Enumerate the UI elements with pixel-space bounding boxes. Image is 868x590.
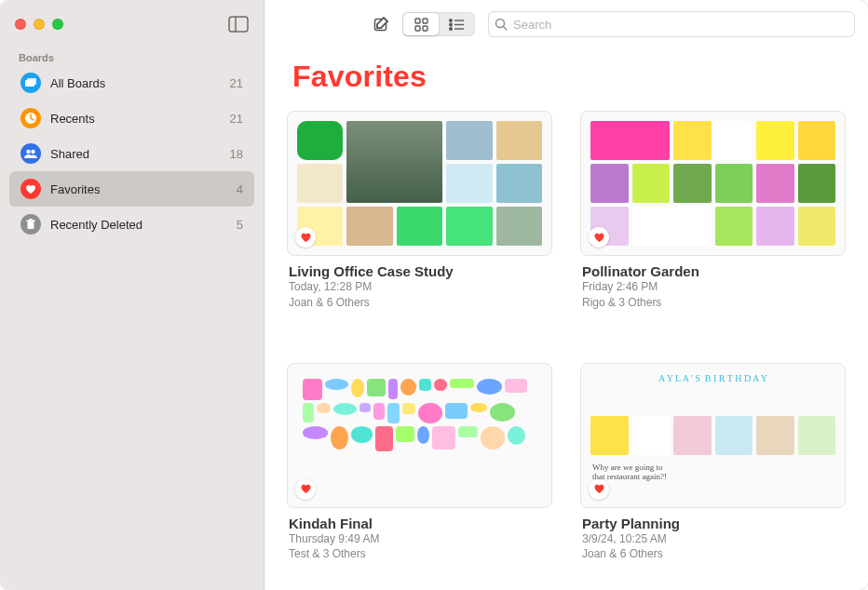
favorite-badge[interactable]	[295, 479, 316, 500]
heart-icon	[300, 232, 312, 244]
recents-icon	[20, 108, 41, 128]
sidebar-item-all-boards[interactable]: All Boards 21	[9, 65, 254, 101]
sidebar-item-count: 5	[237, 218, 243, 232]
svg-rect-4	[27, 78, 36, 85]
svg-rect-17	[423, 19, 427, 23]
window-titlebar	[0, 0, 264, 48]
svg-rect-12	[28, 221, 34, 229]
heart-icon	[300, 483, 312, 495]
svg-rect-16	[415, 19, 420, 23]
favorite-badge[interactable]	[589, 227, 609, 248]
favorite-badge[interactable]	[295, 227, 316, 248]
search-icon	[495, 18, 508, 31]
svg-line-27	[504, 27, 508, 31]
board-meta: Kindah Final Thursday 9:49 AM Test & 3 O…	[287, 508, 552, 563]
svg-point-8	[26, 150, 30, 154]
board-people: Joan & 6 Others	[289, 295, 550, 311]
svg-rect-19	[423, 26, 427, 31]
svg-rect-0	[229, 17, 248, 32]
board-date: 3/9/24, 10:25 AM	[582, 531, 844, 547]
close-window-button[interactable]	[15, 19, 26, 30]
board-people: Joan & 6 Others	[582, 546, 844, 562]
board-people: Test & 3 Others	[289, 546, 550, 562]
sidebar-section-header: Boards	[0, 48, 264, 65]
toolbar	[264, 0, 868, 48]
minimize-window-button[interactable]	[34, 19, 45, 30]
board-date: Today, 12:28 PM	[289, 279, 550, 295]
svg-point-22	[449, 23, 452, 26]
main-panel: Favorites Living Office Case Study Today…	[264, 0, 868, 590]
all-boards-icon	[20, 73, 41, 93]
compose-button[interactable]	[365, 12, 397, 36]
svg-point-20	[449, 19, 452, 21]
view-mode-segment	[402, 12, 475, 36]
board-thumbnail[interactable]	[287, 363, 552, 508]
board-thumbnail[interactable]: A Y L A ' S B I R T H D A Y Why are we g…	[580, 363, 846, 508]
sidebar-item-recents[interactable]: Recents 21	[9, 101, 254, 136]
sidebar-item-favorites[interactable]: Favorites 4	[9, 171, 254, 207]
board-date: Thursday 9:49 AM	[289, 531, 550, 547]
grid-view-button[interactable]	[403, 13, 439, 35]
board-title: Kindah Final	[289, 516, 550, 531]
shared-icon	[20, 143, 41, 164]
sidebar-nav: All Boards 21 Recents 21 Shared 18 Favor…	[0, 65, 264, 242]
heart-icon	[593, 483, 605, 495]
sidebar-item-label: Recents	[50, 112, 221, 126]
svg-rect-14	[29, 219, 33, 221]
zoom-window-button[interactable]	[52, 19, 63, 30]
board-grid: Living Office Case Study Today, 12:28 PM…	[287, 111, 846, 562]
sidebar-item-count: 21	[230, 112, 243, 126]
sidebar-item-label: Shared	[50, 147, 221, 161]
board-card: Kindah Final Thursday 9:49 AM Test & 3 O…	[287, 363, 552, 563]
svg-point-9	[31, 150, 34, 154]
content-area: Favorites Living Office Case Study Today…	[264, 48, 868, 590]
board-card: Living Office Case Study Today, 12:28 PM…	[287, 111, 552, 311]
board-title: Pollinator Garden	[582, 263, 844, 279]
favorite-badge[interactable]	[589, 479, 609, 500]
board-people: Rigo & 3 Others	[582, 295, 844, 311]
sidebar-item-count: 18	[230, 147, 243, 161]
board-title: Living Office Case Study	[289, 263, 550, 279]
board-card: A Y L A ' S B I R T H D A Y Why are we g…	[580, 363, 846, 563]
board-title: Party Planning	[582, 516, 844, 531]
svg-rect-13	[26, 221, 35, 222]
svg-point-26	[496, 20, 505, 28]
board-meta: Pollinator Garden Friday 2:46 PM Rigo & …	[580, 256, 846, 311]
board-meta: Living Office Case Study Today, 12:28 PM…	[287, 256, 552, 311]
toggle-sidebar-button[interactable]	[228, 16, 249, 33]
sidebar-item-label: All Boards	[50, 76, 221, 90]
sidebar-item-label: Favorites	[50, 182, 227, 196]
board-thumbnail[interactable]	[580, 111, 846, 256]
svg-rect-18	[415, 26, 420, 31]
search-input[interactable]	[513, 18, 848, 32]
svg-point-7	[20, 143, 41, 164]
search-field[interactable]	[488, 11, 855, 37]
favorites-icon	[20, 179, 41, 199]
sidebar: Boards All Boards 21 Recents 21 Shared 1…	[0, 0, 264, 590]
sidebar-item-label: Recently Deleted	[50, 218, 227, 232]
sidebar-item-deleted[interactable]: Recently Deleted 5	[9, 207, 254, 242]
heart-icon	[593, 232, 605, 244]
list-view-button[interactable]	[439, 13, 474, 35]
sidebar-item-shared[interactable]: Shared 18	[9, 136, 254, 171]
board-card: Pollinator Garden Friday 2:46 PM Rigo & …	[580, 111, 846, 311]
svg-point-24	[449, 27, 452, 30]
sidebar-item-count: 21	[230, 76, 243, 90]
page-title: Favorites	[287, 48, 846, 111]
board-meta: Party Planning 3/9/24, 10:25 AM Joan & 6…	[580, 508, 846, 563]
board-date: Friday 2:46 PM	[582, 279, 844, 295]
sidebar-item-count: 4	[237, 182, 243, 196]
deleted-icon	[20, 214, 41, 235]
board-thumbnail[interactable]	[287, 111, 552, 256]
